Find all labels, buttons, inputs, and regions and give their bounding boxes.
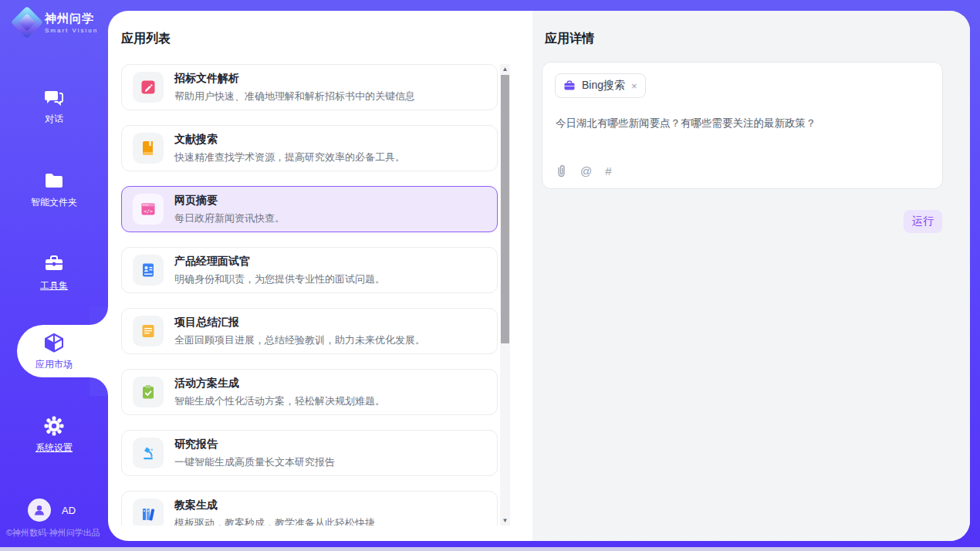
app-detail-card: Bing搜索 × 今日湖北有哪些新闻要点？有哪些需要关注的最新政策？ @ # bbox=[542, 62, 943, 189]
sidebar-item-label: 对话 bbox=[0, 113, 108, 126]
brand-diamond-icon bbox=[11, 6, 43, 39]
app-title: 网页摘要 bbox=[174, 194, 285, 208]
resume-icon bbox=[133, 255, 164, 286]
scrollbar-thumb[interactable] bbox=[501, 75, 509, 343]
sidebar-item-chat[interactable]: 对话 bbox=[0, 86, 108, 126]
user-account[interactable]: AD bbox=[28, 499, 76, 522]
brand-tagline: Smart Vision bbox=[45, 27, 98, 34]
tool-tag-label: Bing搜索 bbox=[582, 79, 625, 93]
main-panel: 应用列表 应用详情 招标文件解析 帮助用户快速、准确地理解和解析招标书中的关键信… bbox=[108, 11, 970, 541]
app-title: 活动方案生成 bbox=[174, 377, 385, 390]
app-desc: 全面回顾项目进展，总结经验教训，助力未来优化发展。 bbox=[174, 333, 425, 347]
app-desc: 一键智能生成高质量长文本研究报告 bbox=[174, 455, 335, 469]
clipboard-check-icon bbox=[133, 377, 164, 407]
run-button[interactable]: 运行 bbox=[904, 210, 942, 233]
sidebar-item-settings[interactable]: 系统设置 bbox=[0, 415, 108, 455]
attachment-toolbar: @ # bbox=[556, 164, 612, 177]
copyright-text: ©神州数码·神州问学出品 bbox=[6, 527, 108, 539]
sidebar-item-app-market[interactable]: 应用市场 bbox=[0, 332, 108, 371]
tool-tag-bing-search[interactable]: Bing搜索 × bbox=[555, 73, 646, 98]
folder-icon bbox=[43, 170, 65, 191]
list-item-event-plan[interactable]: 活动方案生成 智能生成个性化活动方案，轻松解决规划难题。 bbox=[121, 369, 498, 415]
bottom-edge-strip bbox=[0, 547, 980, 551]
list-item-bid-parse[interactable]: 招标文件解析 帮助用户快速、准确地理解和解析招标书中的关键信息 bbox=[121, 64, 498, 110]
list-item-pm-interviewer[interactable]: 产品经理面试官 明确身份和职责，为您提供专业性的面试问题。 bbox=[121, 247, 498, 293]
list-item-research-report[interactable]: 研究报告 一键智能生成高质量长文本研究报告 bbox=[121, 430, 498, 476]
app-list-title: 应用列表 bbox=[121, 31, 171, 47]
sidebar-item-label: 智能文件夹 bbox=[0, 196, 108, 209]
chat-icon bbox=[43, 86, 65, 108]
cube-icon bbox=[43, 332, 65, 353]
app-window: 神州问学 Smart Vision 对话 智能文件夹 工具 bbox=[0, 0, 980, 547]
user-name: AD bbox=[62, 505, 76, 516]
list-scrollbar[interactable]: ▲ ▼ bbox=[500, 64, 510, 526]
tag-close-icon[interactable]: × bbox=[631, 81, 637, 91]
browser-code-icon: </> bbox=[133, 194, 164, 225]
sidebar: 神州问学 Smart Vision 对话 智能文件夹 工具 bbox=[0, 0, 108, 547]
person-icon bbox=[32, 503, 46, 517]
hashtag-icon[interactable]: # bbox=[605, 164, 611, 177]
scrollbar-down-arrow[interactable]: ▼ bbox=[500, 516, 510, 526]
app-title: 产品经理面试官 bbox=[174, 255, 385, 269]
app-title: 研究报告 bbox=[174, 438, 335, 451]
sidebar-item-label: 工具集 bbox=[0, 279, 108, 292]
books-icon bbox=[133, 499, 164, 526]
pen-edit-icon bbox=[133, 72, 164, 103]
bubble-fillet-bottom bbox=[90, 377, 108, 396]
query-input[interactable]: 今日湖北有哪些新闻要点？有哪些需要关注的最新政策？ bbox=[556, 117, 926, 130]
brand-name: 神州问学 bbox=[45, 12, 98, 26]
sidebar-item-smart-folders[interactable]: 智能文件夹 bbox=[0, 170, 108, 209]
app-desc: 每日政府新闻资讯快查。 bbox=[174, 211, 285, 225]
app-desc: 智能生成个性化活动方案，轻松解决规划难题。 bbox=[174, 394, 385, 408]
sidebar-item-label: 系统设置 bbox=[0, 441, 108, 455]
app-desc: 模板驱动，教案秒成，教学准备从此轻松快捷 bbox=[174, 516, 375, 526]
list-item-lesson-plan[interactable]: 教案生成 模板驱动，教案秒成，教学准备从此轻松快捷 bbox=[121, 491, 498, 526]
research-icon bbox=[133, 438, 164, 468]
notepad-icon bbox=[133, 316, 164, 346]
list-item-literature-search[interactable]: 文献搜索 快速精准查找学术资源，提高研究效率的必备工具。 bbox=[121, 125, 498, 171]
sidebar-item-label: 应用市场 bbox=[0, 358, 108, 371]
mention-icon[interactable]: @ bbox=[580, 164, 592, 177]
app-desc: 明确身份和职责，为您提供专业性的面试问题。 bbox=[174, 272, 385, 286]
bubble-fillet-top bbox=[90, 306, 108, 325]
scrollbar-up-arrow[interactable]: ▲ bbox=[500, 64, 510, 74]
paperclip-icon[interactable] bbox=[556, 164, 567, 177]
app-detail-title: 应用详情 bbox=[545, 31, 594, 47]
app-desc: 快速精准查找学术资源，提高研究效率的必备工具。 bbox=[174, 150, 405, 164]
app-desc: 帮助用户快速、准确地理解和解析招标书中的关键信息 bbox=[174, 90, 415, 103]
svg-text:</>: </> bbox=[144, 208, 153, 215]
app-list: 招标文件解析 帮助用户快速、准确地理解和解析招标书中的关键信息 文献搜索 快速精… bbox=[121, 64, 498, 526]
app-title: 招标文件解析 bbox=[174, 72, 415, 86]
gear-icon bbox=[43, 415, 65, 437]
book-icon bbox=[133, 133, 164, 164]
avatar bbox=[28, 499, 51, 522]
app-title: 文献搜索 bbox=[174, 133, 405, 147]
briefcase-icon bbox=[563, 79, 576, 92]
app-title: 教案生成 bbox=[174, 499, 375, 512]
app-title: 项目总结汇报 bbox=[174, 316, 425, 330]
brand-logo: 神州问学 Smart Vision bbox=[15, 11, 98, 34]
list-item-project-summary[interactable]: 项目总结汇报 全面回顾项目进展，总结经验教训，助力未来优化发展。 bbox=[121, 308, 498, 354]
briefcase-icon bbox=[43, 253, 65, 275]
sidebar-item-toolset[interactable]: 工具集 bbox=[0, 253, 108, 292]
list-item-web-summary[interactable]: </> 网页摘要 每日政府新闻资讯快查。 bbox=[121, 186, 498, 232]
